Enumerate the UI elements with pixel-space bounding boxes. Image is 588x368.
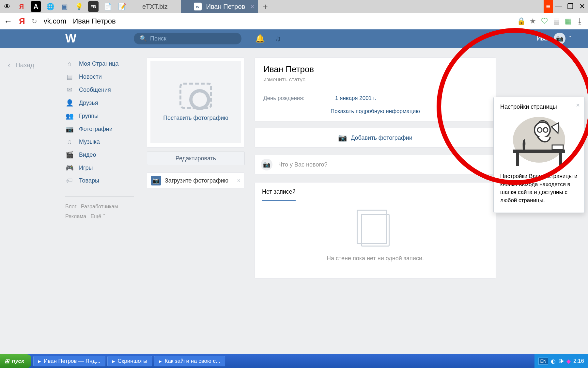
edit-button[interactable]: Редактировать [147, 152, 245, 165]
tab-label: Иван Петров [206, 3, 245, 10]
photo-placeholder[interactable]: Поставить фотографию [150, 61, 241, 143]
vk-logo-icon[interactable]: W [65, 32, 82, 45]
user-name: Иван [537, 35, 550, 42]
url-domain[interactable]: vk.com [44, 17, 67, 25]
ext2-icon[interactable]: ▦ [564, 17, 572, 25]
letter-a-icon[interactable]: A [31, 1, 41, 12]
sidebar-item[interactable]: 📷Фотографии [65, 122, 134, 136]
shield-icon[interactable]: 🛡 [540, 17, 549, 25]
svg-rect-3 [559, 153, 562, 166]
menu-button[interactable]: ≡ [544, 0, 553, 13]
footer-ads[interactable]: Реклама [65, 214, 86, 219]
footer-more[interactable]: Ещё ˅ [91, 214, 105, 219]
lang-indicator[interactable]: EN [538, 358, 548, 365]
browser-tab-etxt[interactable]: eTXT.biz [129, 0, 181, 13]
tray-icon[interactable]: ◐ [551, 358, 556, 365]
svg-rect-4 [552, 145, 563, 150]
search-input[interactable]: 🔍 Поиск [134, 33, 241, 44]
upload-photo-link[interactable]: Поставить фотографию [163, 115, 228, 121]
footer-dev[interactable]: Разработчикам [81, 204, 118, 209]
sidebar-item[interactable]: ✉Сообщения [65, 83, 134, 96]
sidebar-item[interactable]: 🎮Игры [65, 161, 134, 174]
ext1-icon[interactable]: ▦ [552, 17, 561, 25]
sidebar-item-label: Музыка [79, 138, 100, 145]
minimize-button[interactable]: — [553, 0, 565, 13]
add-photos-label: Добавить фотографии [351, 135, 412, 141]
clock[interactable]: 2:16 [573, 358, 584, 364]
fb-icon[interactable]: FB [88, 1, 99, 12]
star-icon[interactable]: ★ [529, 17, 537, 25]
sidebar-item[interactable]: ▤Новости [65, 70, 134, 83]
status-link[interactable]: изменить статус [263, 76, 487, 83]
back-link[interactable]: ‹ Назад [8, 61, 34, 69]
music-header-icon[interactable]: ♫ [269, 34, 286, 43]
sidebar-item[interactable]: 👤Друзья [65, 96, 134, 109]
music-icon: ♫ [65, 138, 74, 146]
doc1-icon[interactable]: 📄 [101, 0, 115, 13]
windows-taskbar: ⊞ пуск ▸Иван Петров — Янд...▸Скриншоты▸К… [0, 354, 588, 368]
address-bar: ← Я ↻ vk.com Иван Петров 🔒 ★ 🛡 ▦ ▦ ⭳ [0, 13, 588, 29]
popup-illustration [500, 110, 578, 172]
settings-popup: × Настройки страницы Настройки Вашей стр… [493, 97, 585, 213]
browser-tab-vk[interactable]: w Иван Петров × [181, 0, 258, 13]
popup-close-icon[interactable]: × [576, 102, 580, 109]
sidebar-item-label: Моя Страница [79, 60, 119, 67]
pinned-icons: 👁 Я A 🌐 ▣ 💡 FB 📄 📝 [0, 0, 129, 13]
home-icon: ⌂ [65, 60, 74, 68]
main-column: Иван Петров изменить статус День рождени… [255, 57, 496, 279]
sidebar-item[interactable]: ⌂Моя Страница [65, 57, 134, 70]
start-button[interactable]: ⊞ пуск [0, 354, 31, 368]
tab-strip: 👁 Я A 🌐 ▣ 💡 FB 📄 📝 eTXT.biz w Иван Петро… [0, 0, 588, 13]
games-icon: 🎮 [65, 164, 74, 172]
system-tray[interactable]: EN ◐ 🕪 ◆ 2:16 [534, 354, 588, 368]
maximize-button[interactable]: ❐ [565, 0, 576, 13]
yandex-logo-icon[interactable]: Я [19, 16, 25, 26]
yandex-icon[interactable]: Я [14, 0, 29, 13]
wall-card: Нет записей На стене пока нет ни одной з… [255, 182, 496, 279]
groups-icon: 👥 [65, 112, 74, 120]
vk-pin-icon[interactable]: ▣ [57, 0, 72, 13]
download-icon[interactable]: ⭳ [576, 17, 584, 25]
upload-hint-card[interactable]: 📷 Загрузите фотографию × [147, 172, 245, 189]
show-more-link[interactable]: Показать подробную информацию [263, 108, 487, 115]
start-label: пуск [12, 358, 24, 364]
bulb-icon[interactable]: 💡 [72, 0, 86, 13]
sidebar-item[interactable]: 🏷Товары [65, 174, 134, 187]
browser-chrome: 👁 Я A 🌐 ▣ 💡 FB 📄 📝 eTXT.biz w Иван Петро… [0, 0, 588, 29]
sidebar-item-label: Фотографии [79, 126, 113, 133]
photos-icon: 📷 [65, 125, 74, 133]
taskbar-item[interactable]: ▸Иван Петров — Янд... [33, 356, 105, 366]
birthday-value[interactable]: 1 января 2001 г. [335, 95, 376, 102]
search-placeholder: Поиск [150, 35, 166, 42]
close-icon[interactable]: × [237, 177, 240, 184]
search-icon: 🔍 [140, 35, 147, 42]
footer-blog[interactable]: Блог [65, 204, 77, 209]
doc2-icon[interactable]: 📝 [115, 0, 129, 13]
taskbar-item[interactable]: ▸Как зайти на свою с... [154, 356, 225, 366]
notifications-icon[interactable]: 🔔 [251, 34, 269, 43]
tab-close-icon[interactable]: × [251, 3, 255, 10]
sidebar-item-label: Игры [79, 165, 93, 171]
popup-text: Настройки Вашей страницы и кнопка выхода… [500, 172, 578, 205]
tab-label: eTXT.biz [142, 3, 168, 10]
lock-icon[interactable]: 🔒 [517, 17, 525, 25]
reload-icon[interactable]: ↻ [32, 17, 37, 25]
tray-icon[interactable]: 🕪 [558, 358, 564, 364]
globe-icon[interactable]: 🌐 [43, 0, 57, 13]
taskbar-item[interactable]: ▸Скриншоты [107, 356, 152, 366]
user-menu[interactable]: Иван 📷 ˅ [537, 33, 572, 44]
close-window-button[interactable]: ✕ [576, 0, 588, 13]
tray-icon[interactable]: ◆ [566, 358, 571, 365]
eye-icon[interactable]: 👁 [0, 0, 14, 13]
add-photos-button[interactable]: 📷 Добавить фотографии [255, 128, 496, 148]
sidebar-item[interactable]: 👥Группы [65, 109, 134, 122]
tab-no-posts[interactable]: Нет записей [262, 188, 296, 201]
url-title: Иван Петров [73, 17, 116, 25]
sidebar-item-label: Видео [79, 152, 96, 158]
sidebar-item[interactable]: ♫Музыка [65, 136, 134, 148]
photo-card: Поставить фотографию [147, 57, 245, 148]
sidebar-item-label: Группы [79, 113, 99, 120]
new-tab-button[interactable]: + [258, 0, 272, 13]
nav-back-icon[interactable]: ← [4, 16, 12, 26]
sidebar-item[interactable]: 🎬Видео [65, 148, 134, 161]
